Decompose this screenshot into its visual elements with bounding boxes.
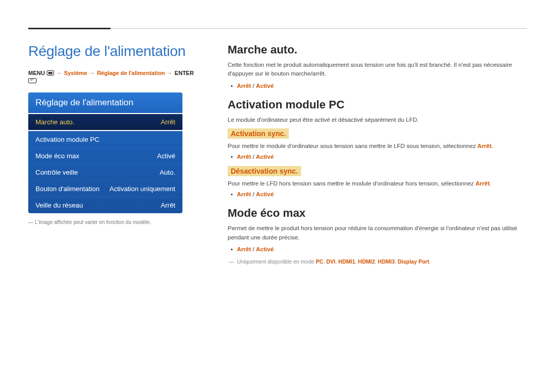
option-off: Arrêt — [237, 83, 251, 89]
panel-row-label: Activation module PC — [35, 136, 99, 143]
panel-row-marche-auto[interactable]: Marche auto. Arrêt — [28, 113, 182, 131]
tab-bar — [28, 28, 527, 29]
option-bullet: Arrêt / Activé — [237, 191, 527, 197]
section-title: Mode éco max — [228, 207, 527, 220]
section-activation-pc: Activation module PC Le module d'ordinat… — [228, 98, 527, 198]
subsection-body: Pour mettre le LFD hors tension sans met… — [228, 179, 527, 188]
breadcrumb-system: Système — [64, 70, 87, 76]
subsection-title: Activation sync. — [228, 128, 289, 139]
page-title: Réglage de l'alimentation — [28, 43, 203, 60]
option-bullet: Arrêt / Activé — [237, 83, 527, 89]
panel-row-value: Activé — [157, 152, 175, 160]
panel-row-value: Activation uniquement — [109, 185, 175, 193]
panel-row-veille-reseau[interactable]: Veille du réseau Arrêt — [28, 197, 182, 213]
active-tab-indicator — [28, 28, 110, 29]
option-on: Activé — [256, 83, 274, 89]
panel-row-controle-veille[interactable]: Contrôle veille Auto. — [28, 164, 182, 180]
breadcrumb-enter: ENTER — [175, 70, 194, 76]
arrow-icon: → — [89, 70, 95, 76]
option-bullet: Arrêt / Activé — [237, 154, 527, 160]
breadcrumb-menu: MENU — [28, 70, 45, 76]
panel-title: Réglage de l'alimentation — [28, 92, 182, 113]
section-eco-max: Mode éco max Permet de mettre le produit… — [228, 207, 527, 265]
panel-row-eco-max[interactable]: Mode éco max Activé — [28, 147, 182, 164]
panel-row-label: Mode éco max — [35, 152, 79, 160]
panel-row-bouton-alim[interactable]: Bouton d'alimentation Activation uniquem… — [28, 180, 182, 197]
subsection-body: Pour mettre le module d'ordinateur sous … — [228, 142, 527, 151]
arrow-icon: → — [167, 70, 173, 76]
section-body: Cette fonction met le produit automatiqu… — [228, 61, 527, 79]
option-on: Activé — [256, 154, 274, 160]
subsection-title: Désactivation sync. — [228, 166, 301, 176]
panel-row-value: Auto. — [160, 169, 175, 176]
menu-icon — [47, 70, 54, 76]
option-on: Activé — [256, 191, 274, 197]
panel-row-label: Contrôle veille — [35, 169, 78, 176]
breadcrumb: MENU → Système → Réglage de l'alimentati… — [28, 70, 203, 83]
panel-row-label: Veille du réseau — [35, 201, 83, 209]
section-title: Activation module PC — [228, 98, 527, 111]
panel-row-label: Bouton d'alimentation — [35, 185, 100, 193]
image-vary-footnote: L'image affichée peut varier en fonction… — [28, 219, 203, 225]
section-marche-auto: Marche auto. Cette fonction met le produ… — [228, 43, 527, 89]
section-body: Permet de mettre le produit hors tension… — [228, 224, 527, 242]
panel-row-activation-pc[interactable]: Activation module PC — [28, 131, 182, 147]
option-on: Activé — [256, 246, 274, 252]
availability-note: Uniquement disponible en mode PC, DVI, H… — [237, 258, 527, 265]
section-title: Marche auto. — [228, 43, 527, 57]
subsection-desactivation-sync: Désactivation sync. Pour mettre le LFD h… — [228, 166, 527, 197]
section-body: Le module d'ordinateur peut être activé … — [228, 116, 527, 124]
option-bullet: Arrêt / Activé — [237, 246, 527, 252]
panel-row-value: Arrêt — [161, 201, 175, 209]
arrow-icon: → — [56, 70, 62, 76]
enter-icon — [28, 78, 36, 83]
panel-row-label: Marche auto. — [35, 118, 75, 126]
settings-panel: Réglage de l'alimentation Marche auto. A… — [28, 92, 182, 213]
option-off: Arrêt — [237, 246, 251, 252]
panel-row-value: Arrêt — [161, 118, 175, 126]
option-off: Arrêt — [237, 191, 251, 197]
subsection-activation-sync: Activation sync. Pour mettre le module d… — [228, 128, 527, 160]
option-off: Arrêt — [237, 154, 251, 160]
breadcrumb-setting: Réglage de l'alimentation — [97, 70, 165, 76]
